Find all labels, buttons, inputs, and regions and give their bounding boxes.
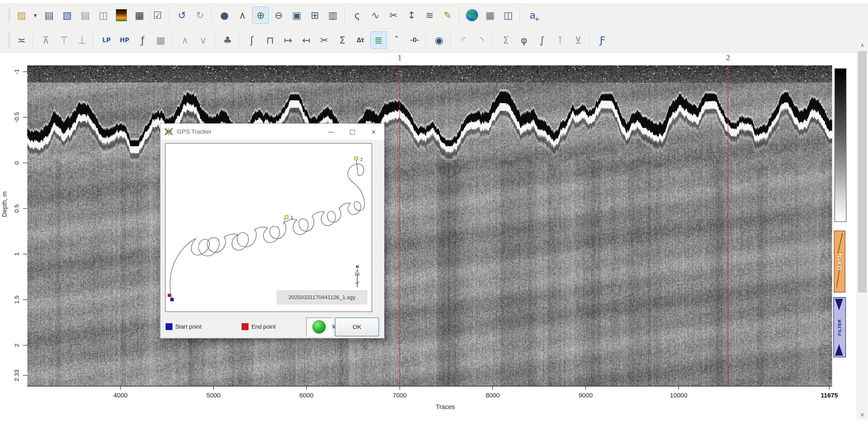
- print-button[interactable]: ▤: [77, 7, 94, 24]
- trace-tick-label: 10000: [670, 392, 687, 399]
- stretch-vertical-button[interactable]: ↕: [403, 7, 420, 24]
- low-pass-filter-button[interactable]: LP: [98, 32, 115, 49]
- traces-axis-title: Traces: [436, 403, 455, 411]
- topo-correction-button[interactable]: ⊓: [262, 32, 278, 49]
- radargram-canvas[interactable]: [27, 65, 832, 386]
- peak-detect-button[interactable]: ˆ: [388, 32, 405, 49]
- gain-panel-button[interactable]: GAIN: [834, 231, 845, 293]
- scrollbar-thumb[interactable]: [858, 51, 867, 293]
- signal-waves-button[interactable]: ≋: [421, 7, 438, 24]
- chart-window-button[interactable]: ◫: [500, 7, 517, 24]
- cut-traces-button[interactable]: ✂: [316, 32, 333, 49]
- high-pass-filter-button[interactable]: HP: [116, 32, 133, 49]
- time-zero-auto-icon: ⊼: [42, 34, 50, 46]
- maximize-button[interactable]: □: [342, 124, 363, 140]
- radargram-view[interactable]: [27, 65, 832, 387]
- gps-tracker-app-icon: [164, 127, 174, 136]
- integrate-trace-button[interactable]: ∫: [534, 32, 550, 49]
- gps-status-led-box: [306, 318, 332, 336]
- toolbar-grip-2[interactable]: [9, 33, 10, 48]
- zoom-in-button[interactable]: ⊕: [252, 7, 269, 24]
- histogram-view-icon: ▥: [328, 9, 337, 21]
- import-data-button[interactable]: ▧: [59, 7, 75, 24]
- shift-down-button[interactable]: ∨: [195, 32, 212, 49]
- amplitude-colorbar[interactable]: [834, 68, 846, 222]
- ok-button[interactable]: OK: [335, 318, 379, 336]
- histogram-view-button[interactable]: ▥: [324, 7, 341, 24]
- point-mode-button[interactable]: ●: [216, 7, 233, 24]
- trace-tick-label: 6000: [300, 392, 314, 399]
- band-pass-filter-button[interactable]: ƒ: [134, 32, 151, 49]
- insert-traces-button[interactable]: ↦: [280, 32, 297, 49]
- open-file-dropdown-button[interactable]: ▾: [31, 7, 39, 24]
- mark-1-marker: [285, 215, 288, 219]
- save-file-button[interactable]: ▤: [41, 7, 57, 24]
- velocity-analysis-button[interactable]: ◉: [431, 32, 447, 49]
- shift-down-icon: ∨: [200, 34, 207, 46]
- point-mode-icon: ●: [220, 9, 229, 21]
- time-zero-manual-button[interactable]: ⊤: [56, 32, 72, 49]
- stamp-tool-button[interactable]: ♣: [219, 32, 236, 49]
- redo-button[interactable]: ↻: [192, 7, 208, 24]
- phase-spectrum-button[interactable]: φ: [516, 32, 532, 49]
- toolbar-separator: [172, 32, 174, 48]
- phase-spectrum-icon: φ: [521, 34, 527, 46]
- remove-traces-button[interactable]: ↤: [298, 32, 314, 49]
- edit-markers-button[interactable]: ✎: [439, 7, 456, 24]
- background-removal-button[interactable]: ≣: [370, 32, 387, 49]
- toolbar-grip[interactable]: [9, 8, 10, 23]
- open-file-button[interactable]: ▨: [13, 7, 30, 24]
- matrix-filter-button[interactable]: ▦: [152, 32, 169, 49]
- depth-tick-label: 2.33: [13, 370, 20, 382]
- scroll-down-arrow-icon[interactable]: ∨: [857, 410, 867, 419]
- color-palette-button[interactable]: [113, 7, 130, 24]
- wave-mode-button[interactable]: ∧: [234, 7, 251, 24]
- trace-table-button[interactable]: ▦: [482, 7, 498, 24]
- start-point-marker: [170, 298, 174, 301]
- hyperbola-left-button[interactable]: ◜: [455, 32, 472, 49]
- macro-script-icon: Ƒ: [600, 34, 606, 46]
- end-point-label: End point: [251, 324, 276, 330]
- depth-tick-label: 0: [13, 161, 20, 165]
- vertical-scrollbar[interactable]: ∧ ∨: [857, 40, 867, 419]
- close-button[interactable]: ×: [363, 124, 384, 140]
- dt-adjust-icon: Δt: [357, 37, 364, 43]
- scroll-up-arrow-icon[interactable]: ∧: [857, 40, 867, 50]
- time-zero-reset-button[interactable]: ⊥: [74, 32, 90, 49]
- filter-panel-button[interactable]: FILTER: [833, 297, 846, 357]
- trace-tick-label: 9000: [579, 392, 593, 399]
- migration-button[interactable]: ʃ: [244, 32, 260, 49]
- globe-icon: [466, 9, 478, 21]
- stack-traces-button[interactable]: Σ: [334, 32, 351, 49]
- export-image-button[interactable]: ◫: [95, 7, 112, 24]
- add-annotation-button[interactable]: a+: [524, 7, 541, 24]
- gps-tracker-dialog: GPS Tracker — □ × 12 N 2025: [160, 123, 384, 338]
- minimize-button[interactable]: —: [320, 124, 342, 140]
- end-point-marker: [168, 294, 171, 297]
- gain-down-button[interactable]: ⊻: [570, 32, 587, 49]
- zoom-actual-button[interactable]: ▣: [288, 7, 305, 24]
- zoom-out-button[interactable]: ⊖: [270, 7, 287, 24]
- crop-section-button[interactable]: ✂: [385, 7, 402, 24]
- sum-window-button[interactable]: Σ: [498, 32, 514, 49]
- wave-mode-icon: ∧: [239, 9, 246, 21]
- gps-tracker-titlebar[interactable]: GPS Tracker — □ ×: [160, 124, 384, 140]
- dc-removal-button[interactable]: ≍: [13, 32, 30, 49]
- zero-offset-button[interactable]: -0-: [406, 32, 423, 49]
- time-zero-auto-button[interactable]: ⊼: [38, 32, 54, 49]
- save-section-button[interactable]: ▦: [131, 7, 148, 24]
- hyperbola-right-button[interactable]: ◝: [473, 32, 490, 49]
- dt-adjust-button[interactable]: Δt: [352, 32, 369, 49]
- macro-script-button[interactable]: Ƒ: [594, 32, 611, 49]
- gps-globe-button[interactable]: [464, 7, 480, 24]
- smooth-route-button[interactable]: ς: [349, 7, 366, 24]
- gps-tracker-title: GPS Tracker: [177, 128, 212, 135]
- fit-to-window-button[interactable]: ⊞: [306, 7, 323, 24]
- undo-button[interactable]: ↺: [174, 7, 190, 24]
- shift-up-button[interactable]: ∧: [177, 32, 193, 49]
- processing-log-button[interactable]: ☑: [149, 7, 166, 24]
- wiggle-view-button[interactable]: ∿: [367, 7, 384, 24]
- matrix-filter-icon: ▦: [156, 34, 165, 46]
- gain-up-button[interactable]: ⊺: [552, 32, 568, 49]
- toolbar-separator: [33, 32, 34, 48]
